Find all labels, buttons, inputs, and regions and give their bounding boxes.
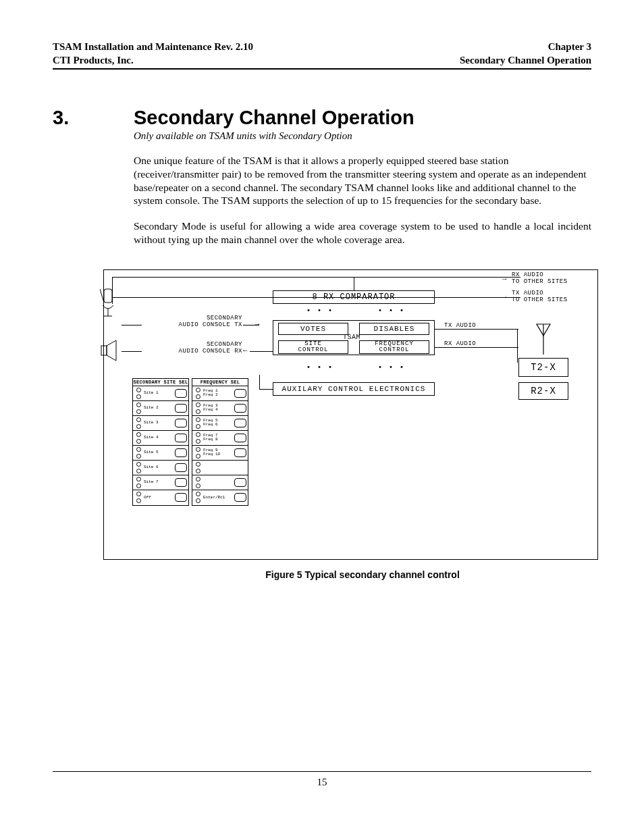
- site-control-box: SITE CONTROL: [278, 340, 348, 354]
- freq-button[interactable]: [234, 493, 246, 502]
- led-icon: [194, 387, 203, 400]
- site-label: Site 4: [143, 436, 173, 440]
- site-row: Site 5: [133, 446, 188, 461]
- paragraph-1: One unique feature of the TSAM is that i…: [134, 154, 591, 207]
- svg-marker-7: [107, 340, 116, 361]
- site-sel-panel: SECONDARY SITE SEL Site 1Site 2Site 3Sit…: [132, 378, 189, 506]
- freq-row: [192, 461, 248, 475]
- disables-box: DISABLES: [359, 323, 429, 335]
- connector-line: [122, 351, 142, 352]
- led-icon: [134, 387, 143, 400]
- antenna-icon: [533, 321, 554, 355]
- connector-line: [112, 277, 113, 304]
- svg-rect-2: [104, 289, 112, 303]
- led-icon: [134, 476, 143, 489]
- page: TSAM Installation and Maintenance Rev. 2…: [0, 0, 644, 834]
- led-icon: [134, 402, 143, 415]
- connector-line: [112, 277, 520, 278]
- led-icon: [194, 461, 203, 474]
- connector-line: [435, 329, 518, 330]
- page-number: 15: [0, 777, 644, 788]
- freq-button[interactable]: [234, 478, 246, 487]
- freq-control-box: FREQUENCY CONTROL: [359, 340, 429, 354]
- site-button[interactable]: [175, 404, 187, 413]
- figure-5: RX AUDIO TO OTHER SITES → TX AUDIO TO OT…: [103, 269, 598, 560]
- freq-row: Enter/Rcl: [192, 490, 248, 505]
- site-button[interactable]: [175, 478, 187, 487]
- connector-line: [354, 277, 354, 290]
- led-icon: [194, 402, 203, 415]
- dots-icon: •••: [378, 307, 410, 314]
- led-icon: [194, 476, 203, 489]
- led-icon: [134, 461, 143, 474]
- connector-line: [517, 329, 518, 363]
- site-label: Site 3: [143, 421, 173, 425]
- freq-label: Freq 3 Freq 4: [203, 404, 233, 412]
- header-left-bottom: CTI Products, Inc.: [53, 54, 134, 68]
- sec-tx-label: SECONDARY AUDIO CONSOLE TX: [151, 315, 242, 329]
- freq-button[interactable]: [234, 419, 246, 427]
- site-row: Site 3: [133, 416, 188, 431]
- dots-icon: •••: [306, 307, 339, 314]
- led-icon: [194, 417, 203, 429]
- site-button[interactable]: [175, 493, 187, 502]
- freq-row: Freq 7 Freq 8: [192, 431, 248, 446]
- led-icon: [134, 446, 143, 459]
- led-icon: [134, 432, 143, 444]
- site-button[interactable]: [175, 448, 187, 457]
- r2x-box: R2-X: [518, 382, 568, 400]
- content: 3. Secondary Channel Operation Only avai…: [53, 107, 591, 580]
- page-header: TSAM Installation and Maintenance Rev. 2…: [53, 41, 591, 70]
- site-button[interactable]: [175, 389, 187, 398]
- freq-button[interactable]: [234, 448, 246, 457]
- site-row: Site 2: [133, 401, 188, 416]
- freq-button[interactable]: [234, 389, 246, 398]
- led-icon: [194, 446, 203, 459]
- connector-line: [250, 351, 273, 352]
- led-icon: [194, 432, 203, 444]
- freq-row: Freq 5 Freq 6: [192, 416, 248, 431]
- site-button[interactable]: [175, 463, 187, 472]
- chapter-subtitle: Only available on TSAM units with Second…: [134, 130, 591, 142]
- sec-rx-label: SECONDARY AUDIO CONSOLE RX: [151, 342, 242, 355]
- site-label: Site 5: [143, 450, 173, 454]
- freq-row: Freq 3 Freq 4: [192, 401, 248, 416]
- chapter-number: 3.: [53, 107, 134, 129]
- arrow-icon: ←: [243, 346, 248, 355]
- freq-label: Freq 5 Freq 6: [203, 419, 233, 427]
- site-label: Off: [143, 496, 173, 500]
- speaker-icon: [100, 339, 120, 362]
- paragraph-2: Secondary Mode is useful for allowing a …: [134, 219, 591, 246]
- freq-row: [192, 475, 248, 490]
- freq-sel-header: FREQUENCY SEL: [192, 379, 248, 386]
- svg-rect-6: [101, 346, 107, 355]
- freq-row: Freq 1 Freq 2: [192, 386, 248, 401]
- svg-line-3: [100, 289, 104, 303]
- connector-line: [259, 375, 260, 389]
- chapter-heading: 3. Secondary Channel Operation: [134, 107, 591, 129]
- site-label: Site 1: [143, 391, 173, 395]
- rx-audio-sites-label: RX AUDIO TO OTHER SITES: [512, 272, 568, 286]
- site-button[interactable]: [175, 419, 187, 427]
- freq-label: Freq 7 Freq 8: [203, 434, 233, 442]
- freq-button[interactable]: [234, 404, 246, 413]
- header-right-top: Chapter 3: [548, 41, 591, 54]
- aux-box: AUXILARY CONTROL ELECTRONICS: [273, 382, 435, 396]
- figure-caption: Figure 5 Typical secondary channel contr…: [134, 569, 591, 580]
- chapter-title: Secondary Channel Operation: [134, 107, 414, 129]
- connector-line: [122, 325, 142, 325]
- site-label: Site 6: [143, 465, 173, 469]
- freq-row: Freq 9 Freq 10: [192, 446, 248, 461]
- site-row: Site 6: [133, 461, 188, 475]
- header-rule: [53, 68, 591, 70]
- footer-rule: [53, 771, 591, 772]
- site-row: Site 7: [133, 475, 188, 490]
- microphone-icon: [100, 286, 120, 319]
- site-button[interactable]: [175, 434, 187, 442]
- freq-label: Enter/Rcl: [203, 496, 233, 500]
- site-row: Off: [133, 490, 188, 505]
- freq-label: Freq 1 Freq 2: [203, 389, 233, 397]
- freq-button[interactable]: [234, 434, 246, 442]
- site-label: Site 2: [143, 406, 173, 410]
- freq-label: Freq 9 Freq 10: [203, 448, 233, 457]
